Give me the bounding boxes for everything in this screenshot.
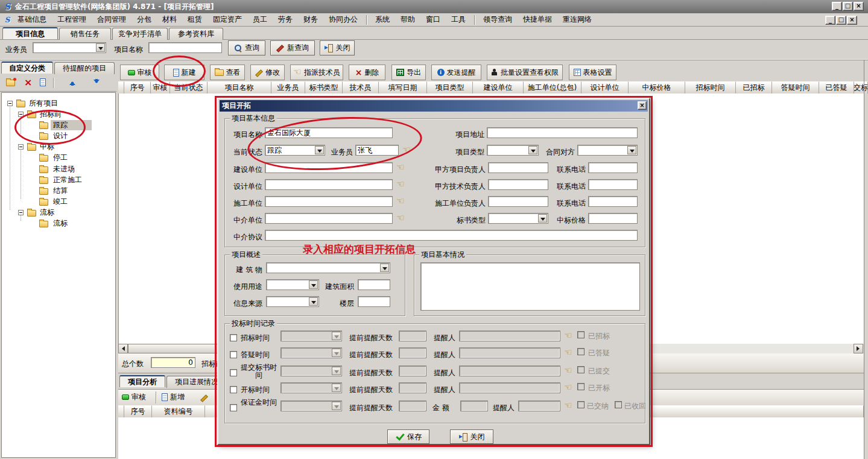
tree-node-label[interactable]: 竣工 xyxy=(53,197,68,207)
mdi-minimize-button[interactable]: _ xyxy=(825,16,835,25)
modify-button[interactable]: 修改 xyxy=(250,65,285,80)
tab-competitors[interactable]: 竞争对手清单 xyxy=(112,28,168,40)
tree-node-label[interactable]: 正常施工 xyxy=(53,175,82,185)
menu-item[interactable]: 快捷单据 xyxy=(518,13,557,27)
menu-item[interactable]: 窗口 xyxy=(420,13,446,27)
bottom-grid-header[interactable]: 序号 xyxy=(124,405,152,417)
tab-reference-library[interactable]: 参考资料库 xyxy=(169,28,223,40)
restore-button[interactable]: □ xyxy=(843,2,853,11)
grid-header[interactable]: 序号 xyxy=(124,81,151,93)
query-button-label: 查询 xyxy=(245,43,259,53)
title-bar: S 金石工程项目管理软件(网络集团版) 4.871 - [项目开拓管理] xyxy=(0,0,868,13)
export-button[interactable]: 导出 xyxy=(391,65,426,80)
menu-item[interactable]: 基础信息 xyxy=(12,13,52,27)
grid-header[interactable]: 已招标 xyxy=(736,81,772,93)
grid-header[interactable]: 填写日期 xyxy=(379,81,427,93)
bottom-tab-project-analysis[interactable]: 项目分析 xyxy=(119,375,165,387)
delete-icon: × xyxy=(355,69,363,77)
tree-node-label[interactable]: 流标 xyxy=(53,218,68,229)
menu-item[interactable]: 财务 xyxy=(298,13,323,27)
bottom-audit-label: 审核 xyxy=(131,392,146,402)
menu-item[interactable]: 工程管理 xyxy=(52,13,92,27)
tree-node-label[interactable]: 流标 xyxy=(40,207,54,218)
send-reminder-button[interactable]: i发送提醒 xyxy=(431,65,481,80)
menu-item[interactable]: 协同办公 xyxy=(323,13,363,27)
divider xyxy=(0,59,868,60)
grid-header[interactable]: 标书类型 xyxy=(305,81,343,93)
toolbar-separator xyxy=(53,78,54,88)
scroll-right-icon[interactable] xyxy=(854,344,863,353)
menu-item[interactable]: 租赁 xyxy=(182,13,207,27)
batch-permission-label: 批量设置查看权限 xyxy=(501,68,559,78)
grid-header[interactable]: 施工单位(总包) xyxy=(524,81,581,93)
project-name-filter-input[interactable] xyxy=(148,42,222,53)
grid-header[interactable]: 招标时间 xyxy=(685,81,736,93)
grid-header[interactable]: 项目名称 xyxy=(207,81,271,93)
tab-project-info[interactable]: 项目信息 xyxy=(2,27,58,39)
move-up-icon[interactable] xyxy=(69,78,76,86)
tree-node-label[interactable]: 所有项目 xyxy=(29,98,58,109)
sidebar-tab-custom-category[interactable]: 自定义分类 xyxy=(1,62,53,74)
sidebar-tab-reminder-projects[interactable]: 待提醒的项目 xyxy=(54,62,115,74)
tree-node-label[interactable]: 未进场 xyxy=(53,164,75,174)
bottom-modify-icon[interactable] xyxy=(200,394,208,402)
grid-header[interactable]: 建设单位 xyxy=(473,81,524,93)
mdi-restore-button[interactable]: □ xyxy=(836,16,846,25)
minimize-button[interactable]: _ xyxy=(832,2,842,11)
collapse-icon[interactable] xyxy=(18,210,24,215)
tree-node-label[interactable]: 结算 xyxy=(53,186,68,196)
grid-header[interactable]: 提交标书 xyxy=(854,81,868,93)
menu-item[interactable]: 分包 xyxy=(131,13,157,27)
menu-item[interactable]: 员工 xyxy=(247,13,273,27)
grid-header[interactable]: 技术员 xyxy=(343,81,379,93)
menu-item[interactable]: 帮助 xyxy=(395,13,420,27)
menu-item[interactable]: 系统 xyxy=(370,13,395,27)
grid-header[interactable]: 已答疑 xyxy=(819,81,854,93)
table-settings-button[interactable]: 表格设置 xyxy=(569,65,616,80)
menu-separator xyxy=(366,15,367,25)
view-label: 查看 xyxy=(226,68,241,78)
tree-connector xyxy=(10,104,10,210)
grid-header[interactable]: 设计单位 xyxy=(581,81,629,93)
collapse-icon[interactable] xyxy=(18,144,24,150)
close-button[interactable]: × xyxy=(854,2,864,11)
bottom-audit-button[interactable]: 审核 xyxy=(122,392,146,402)
menu-item[interactable]: 固定资产 xyxy=(207,13,247,27)
folder-icon xyxy=(27,144,36,151)
assign-technician-button[interactable]: ☜指派技术员 xyxy=(290,65,343,80)
collapse-icon[interactable] xyxy=(7,101,13,106)
delete-category-icon[interactable]: × xyxy=(24,78,32,86)
send-reminder-label: 发送提醒 xyxy=(447,68,476,78)
close-view-button-label: 关闭 xyxy=(336,43,350,53)
grid-header[interactable]: 业务员 xyxy=(271,81,305,93)
bottom-add-label: 新增 xyxy=(170,392,185,402)
menu-item[interactable]: 劳务 xyxy=(273,13,298,27)
batch-permission-button[interactable]: 批量设置查看权限 xyxy=(487,65,563,80)
grid-header[interactable]: 中标价格 xyxy=(629,81,685,93)
scroll-left-icon[interactable] xyxy=(118,344,128,353)
menu-item[interactable]: 工具 xyxy=(446,13,471,27)
menu-item[interactable]: 材料 xyxy=(157,13,182,27)
salesman-filter-combo[interactable] xyxy=(33,42,106,53)
new-query-button[interactable]: 新查询 xyxy=(270,40,315,55)
toolbar-separator xyxy=(156,391,156,404)
new-category-icon[interactable] xyxy=(6,80,15,86)
grid-header[interactable]: 项目类型 xyxy=(427,81,473,93)
tree-node-label[interactable]: 停工 xyxy=(53,153,68,163)
combo-arrow-icon[interactable] xyxy=(96,43,105,52)
menu-item[interactable]: 合同管理 xyxy=(92,13,131,27)
delete-button[interactable]: ×删除 xyxy=(349,65,385,80)
mdi-close-button[interactable]: × xyxy=(847,16,857,25)
view-button[interactable]: 查看 xyxy=(210,65,245,80)
query-button[interactable]: 查询 xyxy=(228,40,265,55)
tab-sales-tasks[interactable]: 销售任务 xyxy=(59,28,111,40)
menu-item[interactable]: 重连网络 xyxy=(557,13,597,27)
rename-category-icon[interactable] xyxy=(40,78,46,86)
bottom-grid-header[interactable]: 资料编号 xyxy=(152,405,205,417)
grid-header[interactable]: 答疑时间 xyxy=(772,81,819,93)
bottom-add-button[interactable]: 新增 xyxy=(162,392,185,402)
move-down-icon[interactable] xyxy=(93,78,100,86)
bottom-grid-header-indicator xyxy=(118,405,124,417)
close-view-button[interactable]: 关闭 xyxy=(320,40,355,55)
menu-item[interactable]: 领导查询 xyxy=(478,13,518,27)
